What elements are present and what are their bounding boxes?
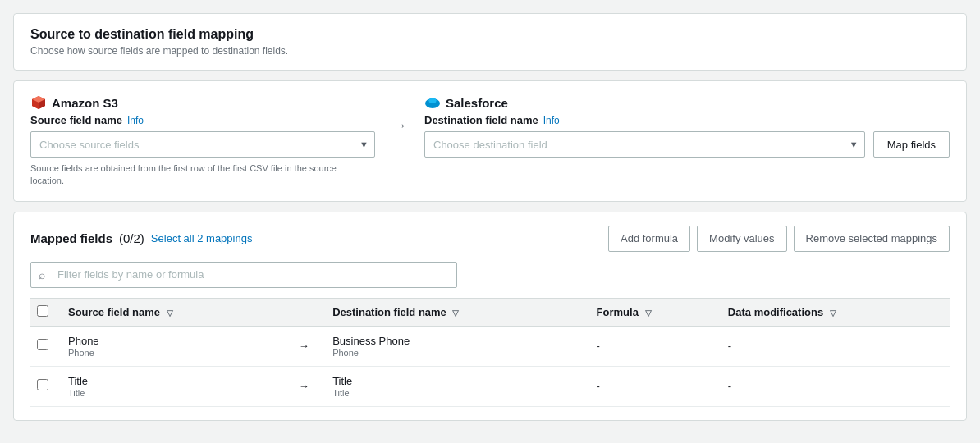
svg-point-10 xyxy=(429,98,437,103)
source-select-wrapper: Choose source fields ▼ xyxy=(30,131,375,158)
data-mod-sort-icon[interactable]: ▽ xyxy=(830,308,836,317)
mapping-arrow: → xyxy=(375,94,424,135)
row-dest-main: Title xyxy=(332,375,579,387)
source-select[interactable]: Choose source fields xyxy=(30,131,375,158)
page-title: Source to destination field mapping xyxy=(30,27,950,42)
row-dest-main: Business Phone xyxy=(332,335,579,347)
row-checkbox-0[interactable] xyxy=(37,339,48,350)
row-formula: - xyxy=(588,366,720,406)
source-field-label: Source field name xyxy=(30,114,122,126)
mapped-fields-count: (0/2) xyxy=(119,231,144,245)
dest-select-wrapper: Choose destination field ▼ xyxy=(424,131,865,158)
select-all-checkbox[interactable] xyxy=(37,305,48,317)
row-arrow: → xyxy=(283,326,324,366)
dest-field-label-row: Destination field name Info xyxy=(424,114,865,126)
row-dest-sub: Phone xyxy=(332,348,579,358)
header-data-modifications: Data modifications ▽ xyxy=(720,298,950,326)
row-arrow: → xyxy=(283,366,324,406)
source-field-sort-icon[interactable]: ▽ xyxy=(167,308,173,317)
row-dest-field: Business Phone Phone xyxy=(324,326,588,366)
table-row: Title Title → Title Title - - xyxy=(30,366,950,406)
row-source-sub: Phone xyxy=(68,348,275,358)
sf-icon xyxy=(424,94,441,111)
page-subtitle: Choose how source fields are mapped to d… xyxy=(30,45,950,57)
mapping-card: Amazon S3 Source field name Info Choose … xyxy=(13,80,967,202)
modify-values-button[interactable]: Modify values xyxy=(697,226,786,252)
table-row: Phone Phone → Business Phone Phone - - xyxy=(30,326,950,366)
header-source-field-name: Source field name ▽ xyxy=(60,298,283,326)
destination-column: Salesforce Destination field name Info C… xyxy=(424,94,950,158)
row-dest-sub: Title xyxy=(332,388,579,398)
search-icon: ⌕ xyxy=(39,268,45,281)
header-formula: Formula ▽ xyxy=(588,298,720,326)
search-input[interactable] xyxy=(30,262,457,288)
row-checkbox-1[interactable] xyxy=(37,379,48,390)
mapped-fields-title: Mapped fields xyxy=(30,231,112,245)
source-service-name: Amazon S3 xyxy=(52,96,118,110)
mapped-fields-table: Source field name ▽ Destination field na… xyxy=(30,298,950,407)
arrow-right-icon: → xyxy=(392,117,407,135)
mapped-title-group: Mapped fields (0/2) Select all 2 mapping… xyxy=(30,231,252,245)
formula-sort-icon[interactable]: ▽ xyxy=(645,308,652,317)
dest-service-title: Salesforce xyxy=(424,94,865,111)
add-formula-button[interactable]: Add formula xyxy=(608,226,690,252)
header-arrow-col xyxy=(283,298,324,326)
row-formula: - xyxy=(588,326,720,366)
dest-field-sort-icon[interactable]: ▽ xyxy=(452,308,459,317)
source-info-link[interactable]: Info xyxy=(127,115,144,126)
mapped-fields-card: Mapped fields (0/2) Select all 2 mapping… xyxy=(13,212,967,421)
row-source-field: Phone Phone xyxy=(60,326,283,366)
dest-field-label: Destination field name xyxy=(424,114,538,126)
row-source-sub: Title xyxy=(68,388,275,398)
dest-info-link[interactable]: Info xyxy=(543,115,560,126)
header-dest-field-name: Destination field name ▽ xyxy=(324,298,588,326)
row-source-field: Title Title xyxy=(60,366,283,406)
remove-mappings-button[interactable]: Remove selected mappings xyxy=(794,226,950,252)
row-source-main: Title xyxy=(68,375,275,387)
select-all-mappings-link[interactable]: Select all 2 mappings xyxy=(151,232,253,244)
header-checkbox-col xyxy=(30,298,60,326)
dest-service-name: Salesforce xyxy=(446,96,508,110)
row-checkbox-cell xyxy=(30,326,60,366)
row-checkbox-cell xyxy=(30,366,60,406)
source-column: Amazon S3 Source field name Info Choose … xyxy=(30,94,375,188)
s3-icon xyxy=(30,94,47,111)
search-wrapper: ⌕ xyxy=(30,262,950,288)
table-header-row: Source field name ▽ Destination field na… xyxy=(30,298,950,326)
header-card: Source to destination field mapping Choo… xyxy=(13,13,967,71)
source-hint: Source fields are obtained from the firs… xyxy=(30,162,342,188)
action-buttons-group: Add formula Modify values Remove selecte… xyxy=(608,226,950,252)
row-source-main: Phone xyxy=(68,335,275,347)
mapped-fields-header: Mapped fields (0/2) Select all 2 mapping… xyxy=(30,226,950,252)
source-field-label-row: Source field name Info xyxy=(30,114,375,126)
row-dest-field: Title Title xyxy=(324,366,588,406)
dest-select[interactable]: Choose destination field xyxy=(424,131,865,158)
map-fields-button[interactable]: Map fields xyxy=(873,131,950,158)
source-service-title: Amazon S3 xyxy=(30,94,375,111)
dest-fields: Salesforce Destination field name Info C… xyxy=(424,94,865,158)
row-data-mod: - xyxy=(720,326,950,366)
row-data-mod: - xyxy=(720,366,950,406)
